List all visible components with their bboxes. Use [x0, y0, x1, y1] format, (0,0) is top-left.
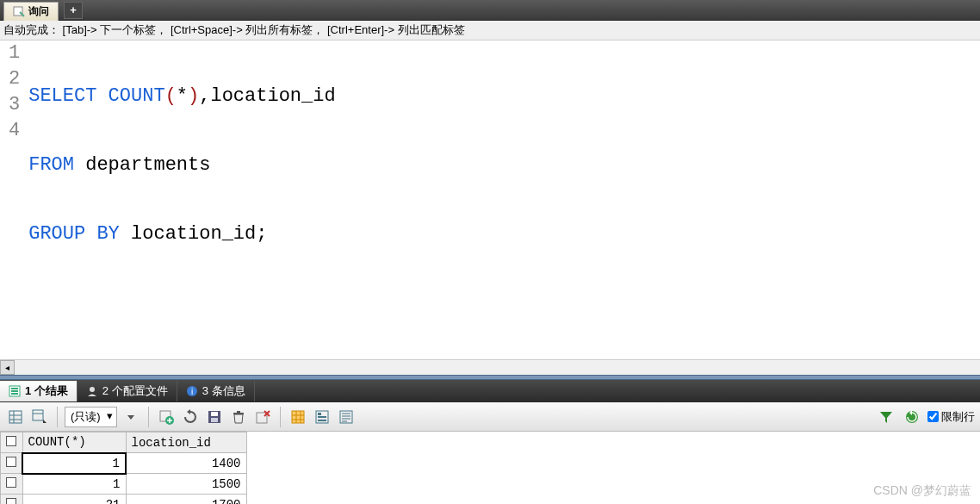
grid-header-row: COUNT(*) location_id [1, 432, 247, 453]
readonly-dropdown-icon[interactable] [121, 407, 141, 427]
header-count[interactable]: COUNT(*) [22, 432, 126, 453]
limit-rows-checkbox[interactable]: 限制行 [927, 409, 975, 425]
grid-dropdown-button[interactable] [29, 407, 50, 427]
cell-location[interactable]: 1500 [126, 474, 246, 495]
delete-button[interactable] [228, 407, 249, 427]
cancel-button[interactable] [252, 407, 273, 427]
info-icon: i [186, 385, 198, 397]
svg-rect-28 [318, 413, 321, 415]
sql-code[interactable]: SELECT COUNT(*),location_id FROM departm… [28, 40, 980, 359]
tab-profiles[interactable]: 2 个配置文件 [78, 381, 177, 401]
svg-rect-30 [318, 420, 326, 421]
checkbox-icon[interactable] [6, 436, 16, 446]
scroll-left-icon[interactable]: ◂ [0, 360, 15, 375]
cell-location[interactable]: 1700 [126, 495, 246, 505]
table-row[interactable]: 11500 [1, 474, 247, 495]
svg-point-5 [90, 387, 95, 392]
line-gutter: 1 2 3 4 [0, 40, 28, 359]
cell-count[interactable]: 1 [22, 474, 126, 495]
results-icon [9, 385, 21, 397]
svg-rect-3 [11, 390, 18, 392]
header-location[interactable]: location_id [126, 432, 246, 453]
row-check[interactable] [1, 453, 23, 474]
view-grid-button[interactable] [288, 407, 308, 427]
tab-messages[interactable]: i 3 条信息 [177, 381, 255, 401]
tab-results[interactable]: 1 个结果 [0, 381, 78, 401]
row-check[interactable] [1, 495, 23, 505]
result-grid[interactable]: COUNT(*) location_id 1140011500211700118… [0, 432, 247, 504]
profile-icon [86, 385, 98, 397]
svg-rect-2 [11, 388, 18, 389]
grid-view-button[interactable] [5, 407, 26, 427]
editor-tab-strip: 询问 + [0, 0, 980, 21]
svg-rect-17 [211, 412, 218, 416]
filter-button[interactable] [876, 407, 896, 427]
result-toolbar: (只读) 限制行 [0, 402, 980, 432]
cell-location[interactable]: 1400 [126, 453, 246, 474]
reload-button[interactable] [902, 407, 922, 427]
readonly-select[interactable]: (只读) [65, 407, 117, 427]
sql-editor[interactable]: 1 2 3 4 SELECT COUNT(*),location_id FROM… [0, 40, 980, 359]
svg-rect-12 [33, 410, 43, 420]
save-button[interactable] [204, 407, 225, 427]
add-tab-button[interactable]: + [64, 2, 83, 19]
cell-count[interactable]: 1 [22, 453, 126, 474]
watermark: CSDN @梦幻蔚蓝 [873, 483, 971, 499]
svg-rect-19 [233, 413, 244, 414]
svg-rect-20 [237, 411, 240, 413]
header-check-col[interactable] [1, 432, 23, 453]
svg-rect-8 [9, 411, 22, 423]
cell-count[interactable]: 21 [22, 495, 126, 505]
tab-query[interactable]: 询问 [3, 2, 59, 21]
result-tab-strip: 1 个结果 2 个配置文件 i 3 条信息 [0, 380, 980, 402]
svg-rect-4 [11, 393, 18, 395]
add-row-button[interactable] [156, 407, 177, 427]
svg-text:i: i [191, 387, 193, 396]
view-text-button[interactable] [336, 407, 357, 427]
tab-label: 询问 [28, 4, 49, 19]
editor-hscroll[interactable]: ◂ [0, 359, 980, 375]
limit-rows-input[interactable] [927, 411, 939, 422]
refresh-button[interactable] [180, 407, 201, 427]
table-row[interactable]: 211700 [1, 495, 247, 505]
view-form-button[interactable] [312, 407, 332, 427]
svg-rect-29 [318, 416, 326, 418]
query-icon [13, 5, 25, 17]
row-check[interactable] [1, 474, 23, 495]
svg-rect-18 [211, 418, 218, 422]
table-row[interactable]: 11400 [1, 453, 247, 474]
svg-rect-22 [292, 411, 304, 423]
autocomplete-hint: 自动完成： [Tab]-> 下一个标签， [Ctrl+Space]-> 列出所有… [0, 21, 980, 40]
